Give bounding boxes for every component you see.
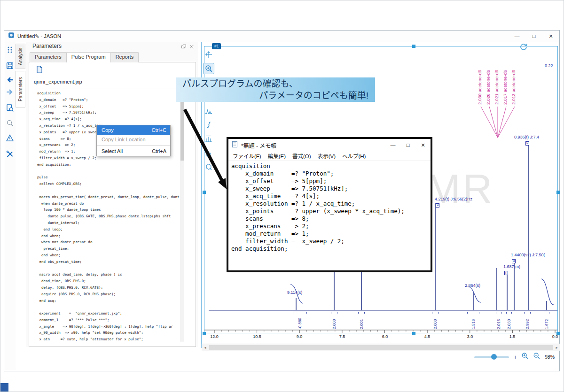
menu-item-copy-link-location[interactable]: Copy Link Location bbox=[97, 135, 170, 144]
selection-handle[interactable] bbox=[412, 45, 415, 48]
notepad-menu-4[interactable]: ヘルプ(H) bbox=[339, 152, 369, 160]
multiplet-marker: H bbox=[436, 203, 439, 208]
notepad-line: x_prescans => 2; bbox=[231, 223, 428, 230]
integral-value: 2.030 bbox=[507, 319, 511, 329]
notepad-icon bbox=[231, 141, 238, 150]
menu-item-select-all[interactable]: Select AllCtrl+A bbox=[97, 146, 170, 156]
code-line: x_domain =? "Proton"; bbox=[37, 97, 178, 103]
integral-value: -0.880 bbox=[298, 318, 302, 329]
multiplet-marker: H bbox=[512, 259, 516, 263]
zoom-out-button[interactable]: − bbox=[467, 354, 470, 361]
notepad-menu-2[interactable]: 書式(O) bbox=[289, 152, 314, 160]
selection-handle[interactable] bbox=[203, 191, 206, 194]
notepad-line: x_domain =? "Proton"; bbox=[231, 170, 428, 177]
drag-handle-icon[interactable] bbox=[6, 46, 14, 54]
magnify-out-icon[interactable] bbox=[533, 352, 540, 361]
callout-line-1: パルスプログラムの確認も、 bbox=[182, 78, 368, 90]
notepad-menu-1[interactable]: 編集(E) bbox=[265, 152, 289, 160]
menu-item-label: Select All bbox=[102, 148, 123, 154]
zoom-in-button[interactable]: + bbox=[513, 354, 517, 361]
notepad-titlebar: *無題 - メモ帳 — □ ✕ bbox=[228, 139, 431, 151]
notepad-text-area[interactable]: acquisition x_domain =? "Proton"; x_offs… bbox=[229, 161, 430, 269]
zoom-tool-icon[interactable] bbox=[203, 63, 214, 74]
selection-handle[interactable] bbox=[412, 332, 415, 335]
menu-item-shortcut: Ctrl+A bbox=[152, 148, 166, 154]
maximize-button[interactable]: □ bbox=[525, 31, 542, 42]
save-icon[interactable] bbox=[6, 61, 14, 70]
integral-value: 2.000 bbox=[332, 319, 337, 329]
code-line: dead_time, OBS.PHS.0; bbox=[37, 278, 178, 284]
menu-item-copy[interactable]: CopyCtrl+C bbox=[97, 125, 170, 135]
scrollbar-thumb[interactable] bbox=[209, 345, 553, 350]
axis-tick-label: 4.5 bbox=[420, 334, 434, 339]
notepad-menu-3[interactable]: 表示(V) bbox=[314, 152, 339, 160]
code-line bbox=[37, 187, 178, 194]
notepad-close-button[interactable]: ✕ bbox=[415, 139, 431, 151]
code-line: macro obs_presat_time( dante_presat, dan… bbox=[37, 194, 178, 200]
close-panel-icon[interactable] bbox=[189, 43, 196, 50]
tab-reports[interactable]: Reports bbox=[110, 52, 139, 62]
tools-icon[interactable] bbox=[6, 150, 14, 158]
notepad-minimize-button[interactable]: — bbox=[385, 139, 400, 151]
notepad-line: x_offset => 5[ppm]; bbox=[231, 177, 428, 185]
corner-accent bbox=[0, 383, 8, 392]
code-line: end when; bbox=[37, 233, 178, 239]
warning-icon[interactable] bbox=[6, 134, 14, 142]
peak-label: 4.219(t) J:6.56(2)Hz bbox=[435, 197, 472, 201]
scroll-right-arrow[interactable]: ▸ bbox=[553, 344, 560, 351]
molecule-tool-icon[interactable] bbox=[203, 161, 214, 173]
close-button[interactable]: ✕ bbox=[542, 31, 559, 42]
magnify-in-icon[interactable] bbox=[521, 352, 529, 361]
code-line: end when; bbox=[37, 252, 178, 259]
side-tab-analysis[interactable]: Analysis bbox=[16, 44, 25, 69]
search-icon[interactable] bbox=[6, 119, 14, 127]
left-toolbar bbox=[4, 42, 16, 371]
notepad-line: mod_return => 1; bbox=[231, 230, 428, 238]
peak-label: 0.22 bbox=[545, 63, 553, 68]
solvent-label: 2.017 acetone-d6 bbox=[502, 70, 508, 105]
side-tab-parameters[interactable]: Parameters bbox=[16, 71, 25, 108]
panel-tab-bar: ParametersPulse ProgramReports bbox=[30, 52, 138, 62]
minimize-button[interactable]: — bbox=[509, 31, 525, 42]
item-number-badge[interactable]: #1 bbox=[212, 43, 221, 49]
search-document-icon[interactable] bbox=[6, 104, 14, 112]
tab-pulse-program[interactable]: Pulse Program bbox=[66, 52, 111, 62]
code-line bbox=[37, 168, 178, 175]
panel-content: qnmr_experiment.jxp acquisition x_domain… bbox=[29, 62, 196, 347]
code-line: acquire (OBS.PHS.0, RCV.PHS.phase); bbox=[37, 291, 178, 298]
code-scrollbar[interactable] bbox=[180, 89, 184, 342]
axis-tick-label: 6.0 bbox=[378, 334, 392, 339]
zoom-slider[interactable] bbox=[474, 354, 509, 360]
axis-tool-icon[interactable] bbox=[203, 49, 214, 60]
code-line: pulse bbox=[37, 174, 178, 181]
callout-line-2: パラメータのコピペも簡単! bbox=[182, 90, 368, 101]
redo-arrow-icon[interactable] bbox=[6, 88, 14, 96]
integral-bracket bbox=[524, 312, 531, 314]
zoom-slider-handle[interactable] bbox=[491, 354, 497, 360]
notepad-line: acquisition bbox=[231, 162, 428, 170]
code-line bbox=[37, 304, 178, 310]
float-panel-icon[interactable] bbox=[181, 43, 188, 50]
integral-value: 2.016 bbox=[496, 319, 501, 329]
pulse-program-file-icon[interactable] bbox=[35, 65, 44, 74]
code-line: presat_time; bbox=[37, 246, 178, 252]
undo-arrow-icon[interactable] bbox=[6, 76, 14, 84]
axis-tick-label: 0.0 bbox=[548, 334, 562, 339]
tab-parameters[interactable]: Parameters bbox=[30, 52, 67, 62]
integral-tool-icon[interactable] bbox=[203, 119, 214, 131]
notepad-menubar: ファイル(F)編集(E)書式(O)表示(V)ヘルプ(H) bbox=[228, 151, 431, 161]
notepad-menu-0[interactable]: ファイル(F) bbox=[229, 152, 265, 160]
rotate-handle-icon[interactable] bbox=[519, 43, 528, 51]
multiplet-tool-icon[interactable] bbox=[203, 133, 214, 145]
code-line: comment_1 =? "*** Pulse ***"; bbox=[37, 317, 178, 323]
scroll-left-arrow[interactable]: ◂ bbox=[202, 344, 209, 351]
selection-handle[interactable] bbox=[203, 332, 206, 335]
peak-pick-tool-icon[interactable] bbox=[203, 105, 214, 116]
pan-hand-tool-icon[interactable] bbox=[203, 147, 214, 159]
selection-handle[interactable] bbox=[556, 191, 560, 194]
solvent-label: 2.013 acetone-d6 bbox=[511, 70, 516, 105]
code-line: dante_pulse, (OBS.GATE, OBS.PHS.phase_da… bbox=[37, 213, 178, 220]
notepad-maximize-button[interactable]: □ bbox=[400, 139, 415, 151]
code-line: x_angle => 90[deg], 1[deg]->360[deg] : 1… bbox=[37, 323, 178, 330]
code-line: when dante_presat do bbox=[37, 200, 178, 207]
